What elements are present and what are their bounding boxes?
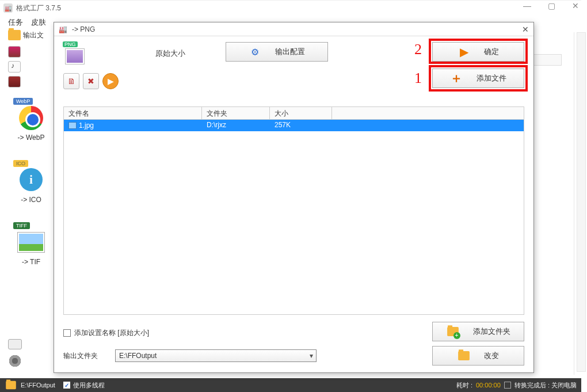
format-card-webp[interactable]: WebP -> WebP bbox=[8, 98, 54, 150]
format-card-ico[interactable]: ICOi -> ICO bbox=[8, 160, 54, 212]
original-size-label: 原始大小 bbox=[155, 48, 185, 59]
file-icon bbox=[68, 122, 77, 129]
file-row-name: 1.jpg bbox=[64, 120, 202, 131]
gear-icon: ⚙ bbox=[249, 45, 261, 58]
output-folder-shortcut[interactable]: 输出文 bbox=[8, 30, 54, 40]
ico-badge: ICO bbox=[13, 160, 28, 167]
output-folder-row: 输出文件夹 E:\FFOutput bbox=[63, 349, 317, 362]
output-folder-label: 输出文件夹 bbox=[63, 351, 98, 361]
app-title: 格式工厂 3.7.5 bbox=[16, 3, 61, 13]
main-titlebar: 🏭 格式工厂 3.7.5 bbox=[0, 0, 581, 16]
append-settings-checkbox[interactable] bbox=[63, 329, 71, 337]
ok-button[interactable]: ▶ 确定 bbox=[432, 42, 524, 62]
output-config-button[interactable]: ⚙ 输出配置 bbox=[226, 42, 328, 62]
add-folder-label: 添加文件夹 bbox=[473, 326, 510, 337]
chrome-icon bbox=[19, 106, 43, 130]
webp-badge: WebP bbox=[13, 98, 33, 105]
dialog-close-button[interactable]: ✕ bbox=[522, 25, 529, 34]
app-icon: 🏭 bbox=[3, 3, 13, 13]
landscape-icon bbox=[18, 233, 44, 252]
menu-skin[interactable]: 皮肤 bbox=[31, 17, 46, 28]
video-category-icon[interactable] bbox=[8, 46, 21, 58]
multithread-label: 使用多线程 bbox=[73, 381, 105, 390]
file-row-size: 257K bbox=[270, 120, 332, 131]
plus-icon: ＋ bbox=[450, 72, 463, 85]
format-card-tif[interactable]: TIFF -> TIF bbox=[8, 222, 54, 274]
preview-button[interactable]: ▶ bbox=[102, 73, 119, 89]
left-column: 输出文 WebP -> WebP ICOi -> ICO TIFF -> TIF bbox=[8, 30, 54, 274]
tif-badge: TIFF bbox=[13, 222, 30, 229]
vertical-divider bbox=[574, 32, 574, 375]
png-thumb: PNG bbox=[63, 42, 86, 65]
add-file-button[interactable]: ＋ 添加文件 bbox=[432, 68, 524, 88]
category-icons bbox=[8, 46, 54, 87]
statusbar-path: E:\FFOutput bbox=[21, 382, 55, 389]
bottom-left-icons bbox=[8, 339, 22, 368]
multithread-checkbox[interactable]: ✓ bbox=[63, 382, 70, 389]
shutdown-label: 转换完成后 : 关闭电脑 bbox=[514, 381, 577, 390]
maximize-button[interactable]: ▢ bbox=[543, 1, 559, 10]
append-settings-label: 添加设置名称 [原始大小] bbox=[74, 328, 149, 338]
annotation-number-2: 2 bbox=[414, 41, 422, 58]
dialog-title: -> PNG bbox=[72, 25, 95, 33]
folder-add-icon bbox=[447, 325, 459, 338]
output-folder-value: E:\FFOutput bbox=[119, 352, 157, 360]
info-icon: i bbox=[20, 168, 43, 191]
png-dialog: 🏭 -> PNG ✕ PNG 原始大小 ⚙ 输出配置 ▶ 确定 ＋ 添加文件 🗎… bbox=[54, 22, 534, 373]
column-header-folder[interactable]: 文件夹 bbox=[202, 107, 270, 119]
main-scrollbar[interactable] bbox=[577, 32, 586, 372]
format-card-ico-label: -> ICO bbox=[8, 196, 54, 204]
folder-icon bbox=[8, 30, 21, 40]
ok-button-label: 确定 bbox=[484, 47, 499, 57]
output-folder-label: 输出文 bbox=[23, 31, 44, 40]
remove-item-button[interactable]: 🗎 bbox=[63, 73, 79, 89]
add-folder-button[interactable]: 添加文件夹 bbox=[432, 322, 524, 341]
settings-gear-icon[interactable] bbox=[8, 354, 22, 368]
output-config-label: 输出配置 bbox=[275, 47, 305, 57]
change-folder-label: 改变 bbox=[484, 351, 499, 361]
audio-category-icon[interactable] bbox=[8, 61, 21, 73]
dialog-app-icon: 🏭 bbox=[59, 25, 67, 33]
window-controls: — ▢ ✕ bbox=[519, 1, 584, 10]
clear-list-button[interactable]: ✖ bbox=[83, 73, 99, 89]
menu-task[interactable]: 任务 bbox=[8, 17, 23, 28]
file-row-folder: D:\rjxz bbox=[202, 120, 270, 131]
statusbar-folder-icon bbox=[6, 381, 16, 389]
dialog-titlebar: 🏭 -> PNG ✕ bbox=[54, 22, 533, 36]
output-folder-combo[interactable]: E:\FFOutput bbox=[115, 349, 317, 362]
drive-icon[interactable] bbox=[8, 339, 22, 349]
elapsed-time: 00:00:00 bbox=[476, 382, 501, 389]
folder-gear-icon bbox=[458, 349, 470, 362]
format-card-tif-label: -> TIF bbox=[8, 258, 54, 266]
append-settings-checkbox-row: 添加设置名称 [原始大小] bbox=[63, 328, 149, 338]
menubar: 任务 皮肤 bbox=[8, 17, 46, 28]
play-arrow-icon: ▶ bbox=[458, 45, 470, 58]
png-badge: PNG bbox=[63, 41, 78, 47]
dialog-body: PNG 原始大小 ⚙ 输出配置 ▶ 确定 ＋ 添加文件 🗎 ✖ ▶ 2 1 bbox=[54, 36, 533, 372]
image-category-icon[interactable] bbox=[8, 76, 21, 87]
topright-placeholder bbox=[531, 54, 562, 66]
add-file-label: 添加文件 bbox=[477, 73, 506, 83]
picture-icon bbox=[66, 49, 84, 64]
elapsed-label: 耗时 : bbox=[456, 381, 472, 390]
column-header-size[interactable]: 大小 bbox=[270, 107, 332, 119]
status-bar: E:\FFOutput ✓ 使用多线程 耗时 : 00:00:00 转换完成后 … bbox=[0, 378, 581, 392]
file-list[interactable]: 文件名 文件夹 大小 1.jpg D:\rjxz 257K bbox=[63, 106, 524, 315]
minimize-button[interactable]: — bbox=[519, 1, 535, 10]
column-header-name[interactable]: 文件名 bbox=[64, 107, 202, 119]
file-list-header: 文件名 文件夹 大小 bbox=[64, 107, 524, 120]
file-list-row[interactable]: 1.jpg D:\rjxz 257K bbox=[64, 120, 524, 131]
close-button[interactable]: ✕ bbox=[567, 1, 584, 10]
shutdown-checkbox[interactable] bbox=[504, 382, 511, 389]
annotation-number-1: 1 bbox=[414, 70, 422, 87]
format-card-webp-label: -> WebP bbox=[8, 134, 54, 142]
change-folder-button[interactable]: 改变 bbox=[432, 346, 524, 366]
